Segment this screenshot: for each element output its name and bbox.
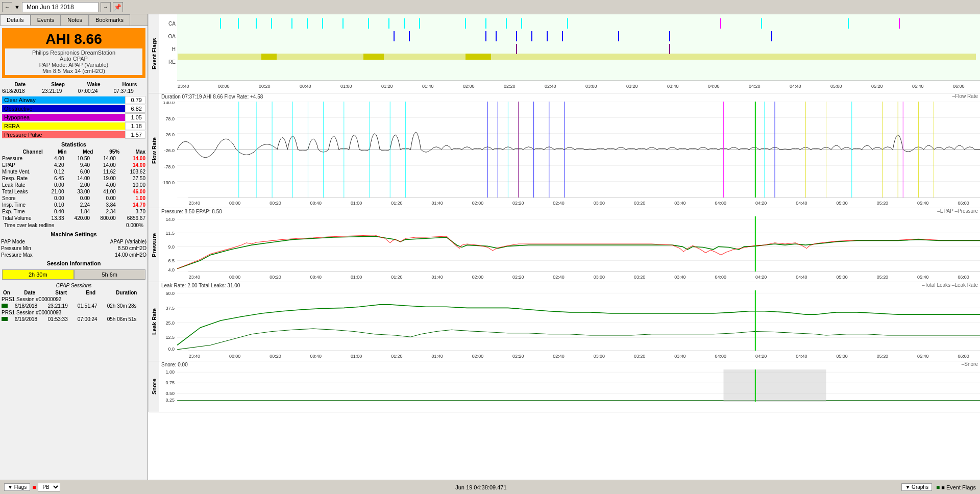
stats-cell-4-2: 2.00 bbox=[66, 182, 92, 188]
snore-title: Snore: 0.00 –Snore bbox=[159, 361, 980, 369]
pressure-svg: 14.0 11.5 9.0 6.5 4.0 bbox=[159, 216, 980, 271]
svg-text:00:00: 00:00 bbox=[229, 201, 240, 206]
wake-header: Wake bbox=[76, 81, 112, 88]
stats-cell-4-0: Leak Rate bbox=[0, 182, 44, 188]
stats-cell-7-3: 3.84 bbox=[92, 202, 118, 208]
event-label-1: Obstructive bbox=[2, 105, 125, 112]
stats-med-header: Med bbox=[69, 149, 95, 155]
cpap-sessions-title: CPAP Sessions bbox=[0, 282, 148, 289]
session-cell-1-2: 07:00:24 bbox=[76, 316, 106, 323]
flow-rate-legend: –Flow Rate bbox=[952, 93, 978, 99]
svg-text:05:00: 05:00 bbox=[830, 84, 842, 89]
nav-forward-button[interactable]: → bbox=[101, 2, 111, 12]
graphs-button[interactable]: ▼ Graphs bbox=[901, 483, 932, 491]
svg-text:00:00: 00:00 bbox=[229, 275, 240, 280]
tab-events[interactable]: Events bbox=[31, 14, 61, 26]
bottom-timestamp: Jun 19 04:38:09.471 bbox=[60, 484, 901, 490]
svg-text:01:40: 01:40 bbox=[431, 275, 443, 280]
stats-cell-2-2: 6.00 bbox=[66, 168, 92, 175]
svg-text:1.00: 1.00 bbox=[166, 369, 175, 375]
stats-cell-8-4: 3.70 bbox=[118, 208, 148, 215]
svg-text:02:20: 02:20 bbox=[512, 201, 524, 206]
pap-mode: PAP Mode: APAP (Variable) bbox=[7, 62, 140, 68]
svg-text:04:00: 04:00 bbox=[715, 354, 726, 359]
stats-cell-7-4: 14.70 bbox=[118, 202, 148, 208]
leak-rate-panel: Leak Rate Leak Rate: 2.00 Total Leaks: 3… bbox=[148, 282, 980, 361]
svg-text:03:00: 03:00 bbox=[594, 354, 605, 359]
machine-settings-row-1: Pressure Min8.50 cmH2O bbox=[0, 245, 148, 252]
stats-cell-4-3: 4.00 bbox=[92, 182, 118, 188]
left-panel: Details Events Notes Bookmarks AHI 8.66 … bbox=[0, 14, 148, 480]
svg-text:01:20: 01:20 bbox=[381, 84, 393, 89]
stats-cell-3-3: 19.00 bbox=[92, 175, 118, 182]
hours-header: Hours bbox=[112, 81, 148, 88]
stats-cell-7-2: 2.24 bbox=[66, 202, 92, 208]
svg-text:02:00: 02:00 bbox=[472, 275, 483, 280]
stats-cell-8-3: 2.34 bbox=[92, 208, 118, 215]
session-cell-1-0: 6/19/2018 bbox=[13, 316, 46, 323]
svg-text:02:20: 02:20 bbox=[512, 275, 524, 280]
svg-text:23:40: 23:40 bbox=[189, 201, 200, 206]
stats-cell-0-3: 14.00 bbox=[92, 155, 118, 162]
stats-cell-8-1: 0.40 bbox=[44, 208, 66, 215]
svg-text:130.0: 130.0 bbox=[163, 102, 175, 105]
svg-text:12.5: 12.5 bbox=[166, 335, 175, 340]
svg-text:6.5: 6.5 bbox=[168, 258, 175, 263]
session-btn-2[interactable]: 5h 6m bbox=[74, 269, 146, 280]
session-label-1: PRS1 Session #00000093 bbox=[0, 309, 148, 316]
tab-details[interactable]: Details bbox=[0, 14, 31, 26]
flags-button[interactable]: ▼ Flags bbox=[4, 483, 30, 491]
svg-text:03:40: 03:40 bbox=[674, 354, 685, 359]
svg-text:03:20: 03:20 bbox=[634, 354, 645, 359]
nav-back-button[interactable]: ← bbox=[2, 2, 12, 12]
svg-text:03:40: 03:40 bbox=[674, 201, 685, 206]
flow-rate-title: Duration 07:37:19 AHI 8.66 Flow Rate: +4… bbox=[159, 93, 980, 102]
ahi-device-info: Philips Respironics DreamStation Auto CP… bbox=[5, 48, 142, 75]
date-info-table: Date Sleep Wake Hours 6/18/2018 23:21:19… bbox=[0, 81, 148, 94]
svg-text:05:20: 05:20 bbox=[871, 84, 883, 89]
pin-button[interactable]: 📌 bbox=[113, 2, 123, 12]
machine-settings-title: Machine Settings bbox=[0, 229, 148, 238]
dropdown-arrow[interactable]: ▼ bbox=[14, 4, 20, 10]
pb-select[interactable]: PB bbox=[38, 483, 60, 491]
session-header-date: Date bbox=[13, 289, 46, 296]
svg-text:04:40: 04:40 bbox=[796, 275, 807, 280]
stats-cell-0-0: Pressure bbox=[0, 155, 44, 162]
leak-rate-chart: Leak Rate: 2.00 Total Leaks: 31.00 –Tota… bbox=[159, 282, 980, 361]
stats-cell-1-0: EPAP bbox=[0, 162, 44, 168]
stats-cell-6-0: Snore bbox=[0, 195, 44, 202]
svg-text:00:20: 00:20 bbox=[270, 275, 281, 280]
session-cell-1-1: 01:53:33 bbox=[46, 316, 76, 323]
session-btn-1[interactable]: 2h 30m bbox=[2, 269, 74, 280]
svg-text:H: H bbox=[172, 46, 176, 52]
session-cell-1-3: 05h 06m 51s bbox=[106, 316, 148, 323]
wake-val: 07:00:24 bbox=[76, 88, 112, 94]
svg-text:04:40: 04:40 bbox=[790, 84, 801, 89]
bottom-right: ▼ Graphs ■ ■ Event Flags bbox=[901, 483, 976, 491]
svg-text:01:00: 01:00 bbox=[351, 275, 362, 280]
pressure-time-axis: 23:40 00:00 00:20 00:40 01:00 01:20 01:4… bbox=[170, 271, 980, 282]
tab-bookmarks[interactable]: Bookmarks bbox=[89, 14, 130, 26]
top-bar: ← ▼ Mon Jun 18 2018 → 📌 bbox=[0, 0, 980, 14]
timestamp-text: Jun 19 04:38:09.471 bbox=[455, 484, 506, 490]
stats-cell-1-3: 14.00 bbox=[92, 162, 118, 168]
svg-text:CA: CA bbox=[168, 21, 176, 27]
stats-cell-1-1: 4.20 bbox=[44, 162, 66, 168]
event-flags-chart: CA OA H RE bbox=[159, 14, 980, 93]
stats-cell-5-2: 33.00 bbox=[66, 188, 92, 195]
stats-cell-9-4: 6856.67 bbox=[118, 215, 148, 221]
svg-text:05:00: 05:00 bbox=[836, 275, 847, 280]
svg-text:37.5: 37.5 bbox=[166, 305, 175, 310]
stats-cell-9-0: Tidal Volume bbox=[0, 215, 44, 221]
svg-text:0.50: 0.50 bbox=[166, 391, 175, 396]
svg-text:02:00: 02:00 bbox=[472, 354, 483, 359]
svg-text:23:40: 23:40 bbox=[178, 84, 189, 89]
flow-rate-chart: Duration 07:37:19 AHI 8.66 Flow Rate: +4… bbox=[159, 93, 980, 208]
session-cell-0-0: 6/18/2018 bbox=[13, 303, 46, 309]
tab-notes[interactable]: Notes bbox=[61, 14, 89, 26]
stats-cell-9-1: 13.33 bbox=[44, 215, 66, 221]
svg-text:03:20: 03:20 bbox=[634, 201, 645, 206]
snore-title-text: Snore: 0.00 bbox=[161, 362, 188, 367]
stats-cell-3-1: 6.45 bbox=[44, 175, 66, 182]
stats-cell-5-1: 21.00 bbox=[44, 188, 66, 195]
